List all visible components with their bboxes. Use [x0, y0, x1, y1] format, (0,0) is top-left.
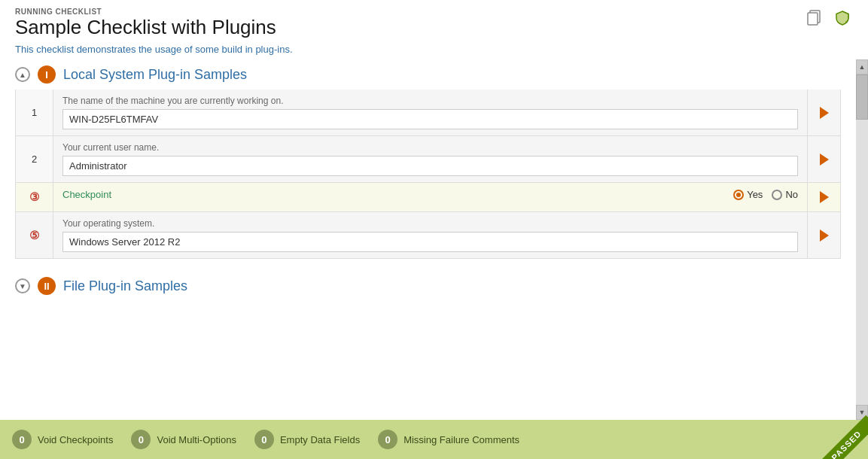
running-label: RUNNING CHECKLIST: [15, 8, 853, 16]
stat-badge-missing-failure: 0: [378, 430, 397, 449]
item-2-num: 2: [16, 136, 53, 182]
section-1-badge: I: [38, 65, 56, 84]
outer-wrapper: ▲ I Local System Plug-in Samples 1 The n…: [0, 59, 868, 420]
stat-label-void-multi: Void Multi-Options: [157, 434, 236, 445]
stat-label-missing-failure: Missing Failure Comments: [404, 434, 519, 445]
svg-rect-1: [808, 13, 818, 25]
item-1-num: 1: [16, 90, 53, 135]
table-row: ⑤ Your operating system.: [16, 211, 840, 258]
radio-no-label: No: [785, 189, 798, 200]
footer: 0 Void Checkpoints 0 Void Multi-Options …: [0, 420, 868, 459]
item-3-num: ③: [16, 183, 53, 211]
copy-icon[interactable]: [805, 8, 826, 29]
section-2-badge: II: [38, 277, 56, 295]
radio-no-dot: [772, 190, 782, 200]
radio-yes[interactable]: Yes: [733, 189, 763, 200]
section-1-title: Local System Plug-in Samples: [63, 67, 247, 83]
table-row: 1 The name of the machine you are curren…: [16, 90, 840, 135]
item-5-content: Your operating system.: [53, 212, 807, 258]
item-3-content: Checkpoint Yes No: [53, 183, 807, 211]
section-1-items: 1 The name of the machine you are curren…: [15, 90, 841, 259]
item-2-label: Your current user name.: [62, 142, 798, 153]
item-1-label: The name of the machine you are currentl…: [62, 96, 798, 106]
footer-stat-missing-failure: 0 Missing Failure Comments: [378, 430, 519, 449]
footer-stat-void-multi: 0 Void Multi-Options: [131, 430, 236, 449]
item-5-label: Your operating system.: [62, 218, 798, 229]
item-2-value[interactable]: [62, 156, 798, 176]
section-2-title: File Plug-in Samples: [63, 278, 187, 294]
item-3-arrow[interactable]: [807, 183, 840, 211]
item-1-content: The name of the machine you are currentl…: [53, 90, 807, 135]
radio-group: Yes No: [733, 189, 798, 200]
section-2-header[interactable]: ▼ II File Plug-in Samples: [15, 271, 841, 301]
stat-label-empty-data: Empty Data Fields: [280, 434, 360, 445]
checkpoint-label: Checkpoint: [62, 189, 111, 200]
section-file-plugin: ▼ II File Plug-in Samples: [15, 271, 841, 301]
arrow-right-icon: [820, 154, 829, 166]
checkpoint-row-content: Checkpoint Yes No: [62, 189, 798, 200]
item-1-value[interactable]: [62, 109, 798, 129]
item-2-content: Your current user name.: [53, 136, 807, 182]
item-1-arrow[interactable]: [807, 90, 840, 135]
arrow-right-icon: [820, 107, 829, 119]
table-row: ③ Checkpoint Yes: [16, 182, 840, 211]
scrollbar-track: ▲ ▼: [856, 59, 868, 420]
page-title: Sample Checklist with Plugins: [15, 16, 853, 39]
collapse-icon-2: ▼: [19, 282, 26, 290]
section-1-header[interactable]: ▲ I Local System Plug-in Samples: [15, 59, 841, 90]
stat-badge-void-multi: 0: [131, 430, 151, 449]
footer-stat-empty-data: 0 Empty Data Fields: [254, 430, 360, 449]
content-area[interactable]: ▲ I Local System Plug-in Samples 1 The n…: [0, 59, 856, 420]
item-5-value[interactable]: [62, 232, 798, 252]
item-5-num: ⑤: [16, 212, 53, 258]
radio-yes-label: Yes: [747, 189, 763, 200]
arrow-right-icon: [820, 191, 829, 203]
scrollbar-arrow-up[interactable]: ▲: [856, 59, 868, 74]
table-row: 2 Your current user name.: [16, 135, 840, 182]
footer-stat-void-checkpoints: 0 Void Checkpoints: [12, 430, 113, 449]
scrollbar-thumb[interactable]: [856, 74, 868, 120]
collapse-btn-2[interactable]: ▼: [15, 278, 30, 293]
item-5-arrow[interactable]: [807, 212, 840, 258]
collapse-icon-1: ▲: [19, 71, 26, 79]
passed-banner: PASSED: [808, 414, 868, 459]
passed-ribbon: PASSED: [815, 415, 868, 459]
stat-badge-empty-data: 0: [254, 430, 274, 449]
section-local-system: ▲ I Local System Plug-in Samples 1 The n…: [15, 59, 841, 259]
item-2-arrow[interactable]: [807, 136, 840, 182]
stat-label-void-checkpoints: Void Checkpoints: [38, 434, 113, 445]
stat-badge-void-checkpoints: 0: [12, 430, 32, 449]
header: RUNNING CHECKLIST Sample Checklist with …: [0, 0, 868, 59]
radio-no[interactable]: No: [772, 189, 798, 200]
arrow-right-icon: [820, 230, 829, 242]
collapse-btn-1[interactable]: ▲: [15, 67, 30, 82]
radio-yes-dot: [733, 190, 744, 200]
page-description: This checklist demonstrates the usage of…: [15, 44, 853, 55]
top-right-icons: [805, 8, 853, 29]
scrollbar-thumb-area: [856, 74, 868, 405]
shield-icon[interactable]: [832, 8, 853, 29]
